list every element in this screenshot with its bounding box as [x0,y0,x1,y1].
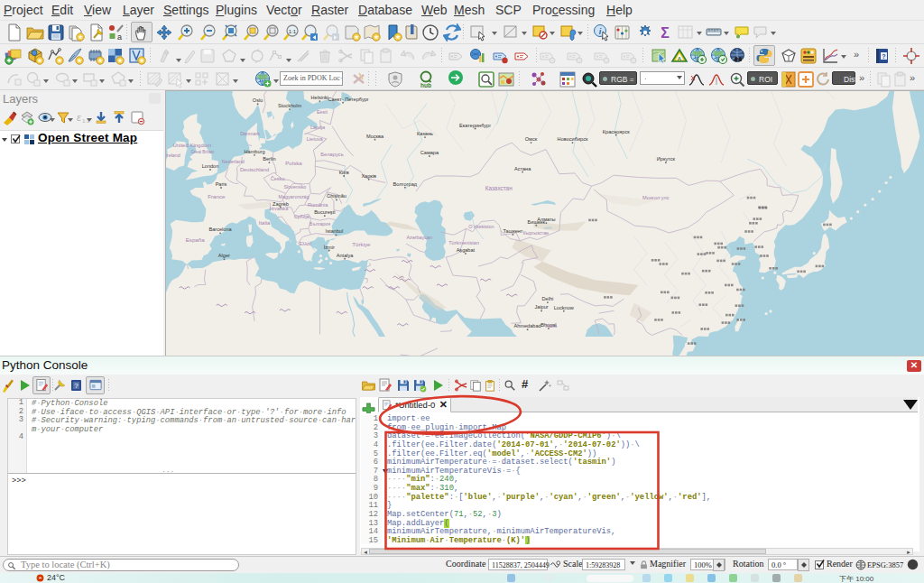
svg-text:Иркутск: Иркутск [657,156,676,162]
svg-text:Slovensko: Slovensko [283,184,306,190]
svg-text:Беларусь: Беларусь [320,152,343,157]
svg-text:Самара: Самара [420,150,439,155]
svg-text:Oʻzbekiston: Oʻzbekiston [468,224,494,229]
svg-text:Σ: Σ [661,25,670,41]
svg-text:Alger: Alger [218,253,230,258]
svg-text:Москва: Москва [366,134,384,139]
svg-text:Lietuva: Lietuva [307,136,324,142]
svg-text:Danmark: Danmark [240,131,260,136]
svg-text:India: India [545,323,558,329]
svg-text:Paris: Paris [216,181,227,187]
svg-text:Казахстан: Казахстан [485,185,513,191]
svg-text:Türkiye: Türkiye [352,241,371,247]
svg-text:Ташкент: Ташкент [503,228,522,234]
svg-text:London: London [202,163,219,169]
svg-text:Deutschland: Deutschland [240,167,269,172]
svg-text:Харків: Харків [361,173,376,179]
svg-text:Great Britain: Great Britain [191,150,215,154]
svg-text:ε: ε [77,112,81,123]
svg-text:España: España [186,236,206,243]
svg-text:Новосибирск: Новосибирск [558,136,588,142]
svg-text:България: България [310,221,330,227]
svg-text:Helsinki: Helsinki [311,95,329,100]
svg-text:Oslo: Oslo [253,97,263,103]
svg-text:Бишкек: Бишкек [528,219,546,225]
svg-text:Санкт- Петербург: Санкт- Петербург [328,97,368,102]
svg-text:Монгол улс: Монгол улс [642,195,670,200]
svg-text:Hamburg: Hamburg [244,149,264,154]
svg-text:Красноярск: Красноярск [603,129,630,134]
svg-text:Ahmedabad: Ahmedabad [514,323,541,329]
svg-text:Barcelona: Barcelona [208,227,232,232]
svg-text:Екатеринбург: Екатеринбург [459,123,491,128]
svg-text:Berlin: Berlin [263,156,275,162]
svg-text:?: ? [74,382,79,390]
svg-text:Latvija: Latvija [310,125,326,130]
svg-text:Астана: Астана [514,166,531,171]
svg-text:hub: hub [420,82,431,88]
svg-text:France: France [208,193,226,199]
svg-text:Antalya: Antalya [337,253,355,258]
svg-text:Кыргызстан: Кыргызстан [523,230,549,236]
svg-text:a: a [117,32,122,42]
svg-text:Lucknow: Lucknow [554,305,575,310]
svg-text:İzmir: İzmir [324,245,335,250]
svg-text:Србија: Србија [294,214,310,219]
svg-text:?: ? [882,53,885,60]
svg-text:/ Ireland: / Ireland [166,153,180,158]
svg-text:Polska: Polska [285,160,302,166]
svg-text:Hrvatska: Hrvatska [270,206,289,211]
svg-text:Stockholm: Stockholm [278,103,301,108]
svg-text:Aşgabat: Aşgabat [457,247,476,253]
svg-text:Казань: Казань [417,131,433,136]
svg-text:Chişinău: Chişinău [327,193,346,199]
svg-text:Azərbaycan: Azərbaycan [406,235,431,240]
svg-text:1:1: 1:1 [289,29,297,34]
svg-text:Česko: Česko [271,176,285,181]
svg-text:Delhi: Delhi [542,296,554,301]
svg-text:Magyarország: Magyarország [278,194,309,199]
svg-text:Jaipur: Jaipur [534,304,548,310]
svg-text:Eesti: Eesti [317,109,328,115]
svg-text:Türkmenistan: Türkmenistan [448,240,479,245]
svg-text:Волгоград: Волгоград [393,181,418,187]
svg-text:Омск: Омск [525,136,538,142]
svg-text:A: A [678,56,682,61]
svg-text:Italia: Italia [259,220,271,226]
svg-text:Istanbul: Istanbul [326,228,344,234]
svg-text:Ελλάς: Ελλάς [299,241,312,246]
svg-text:România: România [308,202,328,208]
svg-text:Bucureşti: Bucureşti [314,209,335,215]
svg-text:Київ: Київ [339,170,349,175]
svg-text:Nederland: Nederland [222,159,245,164]
svg-text:United Kingdom: United Kingdom [172,143,211,148]
